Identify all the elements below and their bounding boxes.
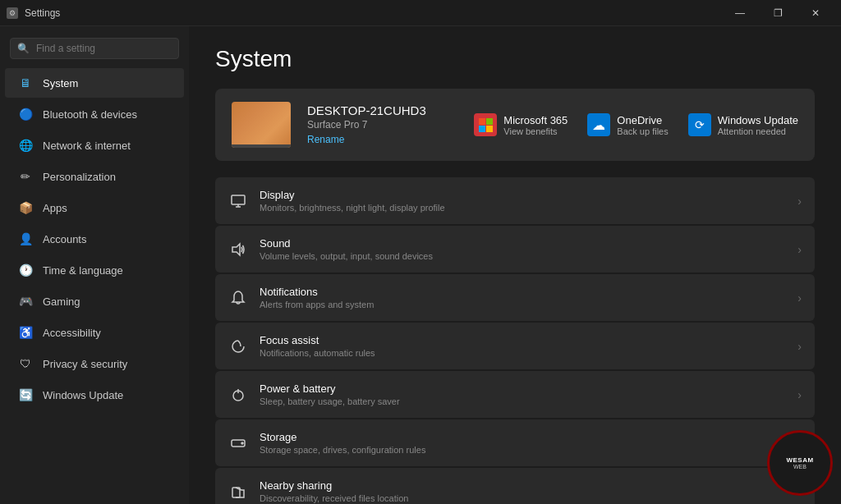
- display-icon: [228, 191, 248, 211]
- app-title: Settings: [25, 7, 60, 19]
- search-icon: 🔍: [17, 43, 30, 54]
- sidebar-item-gaming[interactable]: 🎮 Gaming: [5, 286, 184, 316]
- sidebar-item-privacy[interactable]: 🛡 Privacy & security: [5, 349, 184, 378]
- winupdate-text: Windows Update Attention needed: [718, 114, 798, 136]
- display-sublabel: Monitors, brightness, night light, displ…: [260, 203, 786, 213]
- service-winupdate[interactable]: ⟳ Windows Update Attention needed: [688, 113, 798, 136]
- chevron-icon: ›: [797, 291, 802, 305]
- sidebar-item-label: Gaming: [43, 296, 80, 308]
- network-icon: 🌐: [18, 138, 33, 153]
- settings-item-power[interactable]: Power & battery Sleep, battery usage, ba…: [215, 371, 815, 418]
- accounts-icon: 👤: [18, 231, 33, 246]
- settings-item-nearby[interactable]: Nearby sharing Discoverability, received…: [215, 468, 815, 504]
- sidebar-item-accessibility[interactable]: ♿ Accessibility: [5, 318, 184, 347]
- onedrive-text: OneDrive Back up files: [617, 114, 668, 136]
- device-thumbnail: [232, 102, 291, 148]
- nearby-text: Nearby sharing Discoverability, received…: [260, 479, 786, 503]
- ms365-text: Microsoft 365 View benefits: [503, 114, 568, 136]
- storage-sublabel: Storage space, drives, configuration rul…: [260, 445, 786, 455]
- sidebar-item-update[interactable]: 🔄 Windows Update: [5, 380, 184, 410]
- sound-icon: [228, 240, 248, 259]
- titlebar: ⚙ Settings — ❐ ✕: [0, 0, 841, 26]
- svg-rect-3: [486, 126, 493, 132]
- notifications-label: Notifications: [260, 286, 786, 298]
- svg-point-11: [241, 442, 243, 444]
- system-icon: 🖥: [18, 76, 33, 90]
- search-box[interactable]: 🔍: [10, 38, 179, 59]
- settings-item-focus[interactable]: Focus assist Notifications, automatic ru…: [215, 323, 815, 369]
- sound-sublabel: Volume levels, output, input, sound devi…: [260, 251, 786, 261]
- sidebar-item-label: Time & language: [43, 264, 123, 277]
- watermark-line2: WEB: [793, 464, 807, 470]
- notifications-icon: [228, 288, 248, 308]
- onedrive-desc: Back up files: [617, 126, 668, 136]
- bluetooth-icon: 🔵: [18, 107, 33, 121]
- apps-icon: 📦: [18, 200, 33, 215]
- device-name: DESKTOP-21CUHD3: [307, 103, 457, 117]
- settings-item-sound[interactable]: Sound Volume levels, output, input, soun…: [215, 226, 815, 273]
- rename-link[interactable]: Rename: [307, 134, 344, 145]
- svg-rect-4: [232, 195, 245, 204]
- time-icon: 🕐: [18, 263, 33, 277]
- sidebar-item-label: Windows Update: [43, 389, 123, 401]
- storage-text: Storage Storage space, drives, configura…: [260, 431, 786, 455]
- sidebar-item-accounts[interactable]: 👤 Accounts: [5, 224, 184, 254]
- winupdate-name: Windows Update: [718, 114, 798, 126]
- ms365-name: Microsoft 365: [503, 114, 568, 126]
- sidebar-item-label: Network & internet: [43, 140, 131, 152]
- svg-marker-7: [232, 244, 240, 255]
- main-layout: 🔍 🖥 System 🔵 Bluetooth & devices 🌐 Netwo…: [0, 26, 841, 504]
- chevron-icon: ›: [797, 388, 802, 401]
- svg-rect-0: [479, 118, 485, 125]
- window-controls: — ❐ ✕: [721, 0, 834, 26]
- personalization-icon: ✏: [18, 169, 33, 184]
- device-card: DESKTOP-21CUHD3 Surface Pro 7 Rename: [215, 89, 815, 161]
- sidebar-item-label: Accounts: [43, 233, 86, 245]
- sidebar-item-apps[interactable]: 📦 Apps: [5, 193, 184, 222]
- focus-label: Focus assist: [260, 334, 786, 346]
- sidebar-item-bluetooth[interactable]: 🔵 Bluetooth & devices: [5, 99, 184, 129]
- sidebar-item-personalization[interactable]: ✏ Personalization: [5, 162, 184, 191]
- maximize-button[interactable]: ❐: [759, 0, 797, 26]
- sidebar-item-network[interactable]: 🌐 Network & internet: [5, 131, 184, 160]
- close-button[interactable]: ✕: [797, 0, 834, 26]
- settings-item-notifications[interactable]: Notifications Alerts from apps and syste…: [215, 274, 815, 321]
- chevron-icon: ›: [797, 340, 802, 353]
- ms365-icon: [474, 113, 497, 136]
- display-label: Display: [260, 189, 786, 201]
- service-onedrive[interactable]: ☁ OneDrive Back up files: [587, 113, 668, 136]
- page-title: System: [215, 46, 815, 72]
- content-area: System DESKTOP-21CUHD3 Surface Pro 7 Ren…: [189, 26, 841, 504]
- search-input[interactable]: [36, 43, 172, 54]
- power-sublabel: Sleep, battery usage, battery saver: [260, 396, 786, 406]
- display-text: Display Monitors, brightness, night ligh…: [260, 189, 786, 213]
- service-ms365[interactable]: Microsoft 365 View benefits: [474, 113, 568, 136]
- nearby-icon: [228, 482, 248, 502]
- nearby-label: Nearby sharing: [260, 479, 786, 492]
- settings-item-display[interactable]: Display Monitors, brightness, night ligh…: [215, 177, 815, 224]
- minimize-button[interactable]: —: [721, 0, 759, 26]
- sidebar-item-label: Apps: [43, 202, 67, 214]
- app-icon: ⚙: [7, 7, 18, 19]
- sidebar-item-label: System: [43, 77, 78, 89]
- accessibility-icon: ♿: [18, 325, 33, 340]
- winupdate-icon: ⟳: [688, 113, 711, 136]
- power-text: Power & battery Sleep, battery usage, ba…: [260, 383, 786, 406]
- gaming-icon: 🎮: [18, 294, 33, 309]
- sidebar: 🔍 🖥 System 🔵 Bluetooth & devices 🌐 Netwo…: [0, 26, 189, 504]
- sidebar-item-system[interactable]: 🖥 System: [5, 68, 184, 98]
- watermark-inner: WESAM WEB: [786, 456, 813, 470]
- storage-label: Storage: [260, 431, 786, 443]
- sidebar-item-label: Accessibility: [43, 327, 101, 339]
- onedrive-icon: ☁: [587, 113, 610, 136]
- sidebar-item-time[interactable]: 🕐 Time & language: [5, 255, 184, 285]
- notifications-text: Notifications Alerts from apps and syste…: [260, 286, 786, 309]
- titlebar-left: ⚙ Settings: [7, 7, 60, 19]
- nearby-sublabel: Discoverability, received files location: [260, 493, 786, 503]
- chevron-icon: ›: [797, 243, 802, 256]
- settings-item-storage[interactable]: Storage Storage space, drives, configura…: [215, 419, 815, 466]
- onedrive-name: OneDrive: [617, 114, 668, 126]
- sound-label: Sound: [260, 237, 786, 250]
- device-info: DESKTOP-21CUHD3 Surface Pro 7 Rename: [307, 103, 457, 146]
- ms365-desc: View benefits: [503, 126, 568, 136]
